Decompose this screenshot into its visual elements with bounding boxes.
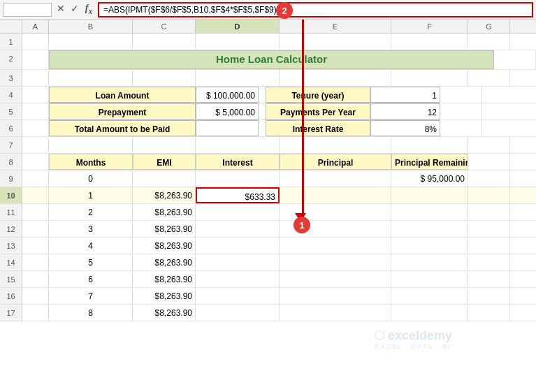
cell-g14[interactable] (468, 254, 510, 270)
cell-c7[interactable] (133, 137, 196, 153)
cell-g1[interactable] (468, 34, 510, 50)
confirm-icon[interactable]: ✓ (68, 3, 81, 16)
cell-g8[interactable] (468, 154, 510, 170)
cell-prepayment-label[interactable]: Prepayment (49, 103, 196, 119)
cell-a3[interactable] (22, 70, 49, 86)
cell-emi-15[interactable]: $8,263.90 (133, 271, 196, 287)
cell-principal-10[interactable] (280, 187, 391, 203)
cell-interest-11[interactable] (196, 204, 280, 220)
cell-a7[interactable] (22, 137, 49, 153)
cell-g7[interactable] (468, 137, 510, 153)
cell-principal-remaining-13[interactable] (391, 238, 468, 254)
cell-a6[interactable] (22, 120, 49, 136)
cell-emi-14[interactable]: $8,263.90 (133, 254, 196, 270)
cell-reference-box[interactable]: D10 (3, 3, 52, 17)
cell-b1[interactable] (49, 34, 133, 50)
cell-emi-11[interactable]: $8,263.90 (133, 204, 196, 220)
cell-d7[interactable] (196, 137, 280, 153)
cell-a9[interactable] (22, 170, 49, 187)
cell-interest-9[interactable] (196, 170, 280, 187)
cell-a2[interactable] (22, 50, 49, 69)
cell-months-14[interactable]: 5 (49, 254, 133, 270)
col-header-b[interactable]: B (49, 20, 133, 33)
col-header-a[interactable]: A (22, 20, 49, 33)
cell-interest-17[interactable] (196, 305, 280, 321)
cell-a4[interactable] (22, 87, 49, 103)
cell-d3[interactable] (196, 70, 280, 86)
cell-interest-rate-label[interactable]: Interest Rate (266, 120, 370, 136)
cell-g17[interactable] (468, 305, 510, 321)
cell-c3[interactable] (133, 70, 196, 86)
cell-b7[interactable] (49, 137, 133, 153)
cell-g10[interactable] (468, 187, 510, 203)
cell-emi-9[interactable] (133, 170, 196, 187)
cell-c1[interactable] (133, 34, 196, 50)
cell-months-15[interactable]: 6 (49, 271, 133, 287)
cell-g9[interactable] (468, 170, 510, 187)
cell-principal-16[interactable] (280, 288, 391, 304)
col-header-d[interactable]: D (196, 20, 280, 33)
cell-f7[interactable] (391, 137, 468, 153)
cell-emi-13[interactable]: $8,263.90 (133, 238, 196, 254)
cell-f3[interactable] (391, 70, 468, 86)
cell-interest-12[interactable] (196, 221, 280, 237)
cell-interest-10[interactable]: $633.33 (196, 187, 280, 203)
cell-months-9[interactable]: 0 (49, 170, 133, 187)
cell-payments-per-year-value[interactable]: 12 (370, 103, 440, 119)
col-header-c[interactable]: C (133, 20, 196, 33)
cell-a13[interactable] (22, 238, 49, 254)
cell-principal-15[interactable] (280, 271, 391, 287)
cell-principal-17[interactable] (280, 305, 391, 321)
cell-principal-remaining-15[interactable] (391, 271, 468, 287)
cell-months-17[interactable]: 8 (49, 305, 133, 321)
cell-months-10[interactable]: 1 (49, 187, 133, 203)
col-header-f[interactable]: F (391, 20, 468, 33)
cell-principal-remaining-14[interactable] (391, 254, 468, 270)
cell-prepayment-value[interactable]: $ 5,000.00 (196, 103, 259, 119)
cell-f1[interactable] (391, 34, 468, 50)
cell-e3[interactable] (280, 70, 391, 86)
cell-principal-remaining-10[interactable] (391, 187, 468, 203)
cell-interest-13[interactable] (196, 238, 280, 254)
cell-b3[interactable] (49, 70, 133, 86)
cell-a15[interactable] (22, 271, 49, 287)
cell-e7[interactable] (280, 137, 391, 153)
cell-months-12[interactable]: 3 (49, 221, 133, 237)
cell-months-11[interactable]: 2 (49, 204, 133, 220)
cell-interest-15[interactable] (196, 271, 280, 287)
cell-principal-remaining-16[interactable] (391, 288, 468, 304)
cell-principal-13[interactable] (280, 238, 391, 254)
cell-e1[interactable] (280, 34, 391, 50)
cell-a8[interactable] (22, 154, 49, 170)
cell-interest-16[interactable] (196, 288, 280, 304)
cell-g2[interactable] (494, 50, 536, 69)
cell-a11[interactable] (22, 204, 49, 220)
cell-g5[interactable] (440, 103, 482, 119)
cell-months-13[interactable]: 4 (49, 238, 133, 254)
cell-principal-remaining-12[interactable] (391, 221, 468, 237)
cell-emi-16[interactable]: $8,263.90 (133, 288, 196, 304)
cell-months-16[interactable]: 7 (49, 288, 133, 304)
cell-g13[interactable] (468, 238, 510, 254)
cell-a1[interactable] (22, 34, 49, 50)
cancel-icon[interactable]: ✕ (55, 3, 67, 16)
cell-principal-9[interactable] (280, 170, 391, 187)
cell-total-amount-label[interactable]: Total Amount to be Paid (49, 120, 196, 136)
cell-a12[interactable] (22, 221, 49, 237)
cell-d1[interactable] (196, 34, 280, 50)
cell-interest-14[interactable] (196, 254, 280, 270)
cell-payments-per-year-label[interactable]: Payments Per Year (266, 103, 370, 119)
insert-function-icon[interactable]: fx (82, 3, 95, 16)
col-header-g[interactable]: G (468, 20, 510, 33)
cell-loan-amount-label[interactable]: Loan Amount (49, 87, 196, 103)
cell-emi-17[interactable]: $8,263.90 (133, 305, 196, 321)
cell-tenure-label[interactable]: Tenure (year) (266, 87, 370, 103)
cell-g15[interactable] (468, 271, 510, 287)
cell-interest-rate-value[interactable]: 8% (370, 120, 440, 136)
cell-a10[interactable] (22, 187, 49, 203)
cell-g3[interactable] (468, 70, 510, 86)
cell-principal-14[interactable] (280, 254, 391, 270)
cell-g4[interactable] (440, 87, 482, 103)
cell-principal-remaining-17[interactable] (391, 305, 468, 321)
cell-total-amount-value[interactable] (196, 120, 259, 136)
